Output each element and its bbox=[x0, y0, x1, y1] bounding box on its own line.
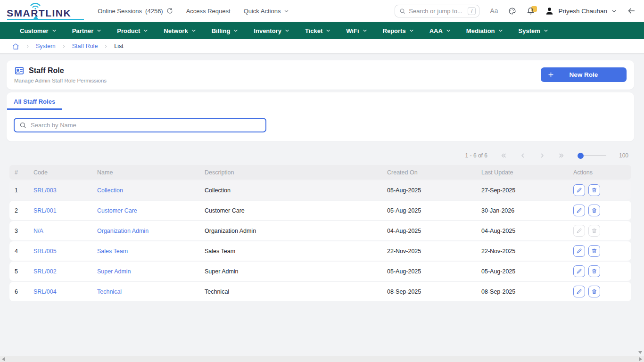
role-description: Customer Care bbox=[205, 207, 387, 214]
chevron-down-icon bbox=[498, 28, 503, 33]
table-row[interactable]: 3 N/A Organization Admin Organization Ad… bbox=[9, 221, 631, 240]
previous-page-button[interactable] bbox=[520, 152, 526, 159]
edit-button[interactable] bbox=[573, 286, 585, 297]
edit-button[interactable] bbox=[573, 184, 585, 196]
row-actions bbox=[573, 245, 626, 257]
role-code-link[interactable]: SRL/005 bbox=[33, 248, 97, 255]
table-row[interactable]: 2 SRL/001 Customer Care Customer Care 05… bbox=[9, 201, 631, 220]
new-role-button[interactable]: New Role bbox=[541, 67, 627, 82]
table-row[interactable]: 5 SRL/002 Super Admin Super Admin 05-Aug… bbox=[9, 262, 631, 281]
trash-icon bbox=[591, 207, 597, 214]
row-actions bbox=[573, 184, 626, 196]
nav-item-reports[interactable]: Reports bbox=[383, 27, 414, 34]
role-name-link[interactable]: Sales Team bbox=[97, 248, 205, 255]
nav-item-wifi[interactable]: WiFi bbox=[346, 27, 367, 34]
access-request-link[interactable]: Access Request bbox=[186, 8, 231, 15]
edit-button[interactable] bbox=[573, 265, 585, 277]
search-input[interactable] bbox=[31, 122, 261, 129]
home-icon[interactable] bbox=[12, 43, 19, 50]
nav-item-billing[interactable]: Billing bbox=[212, 27, 239, 34]
role-code-link[interactable]: SRL/002 bbox=[33, 268, 97, 275]
refresh-icon[interactable] bbox=[166, 8, 173, 14]
delete-button[interactable] bbox=[588, 286, 600, 297]
slider-handle[interactable] bbox=[578, 153, 584, 159]
role-name-link[interactable]: Technical bbox=[97, 288, 205, 295]
trash-icon bbox=[591, 288, 597, 295]
font-size-toggle[interactable]: Aa bbox=[490, 7, 498, 15]
scroll-down-arrow-icon[interactable] bbox=[638, 351, 642, 354]
online-sessions[interactable]: Online Sessions (4256) bbox=[98, 8, 173, 15]
chevron-down-icon bbox=[233, 28, 238, 33]
nav-item-label: Billing bbox=[212, 27, 231, 34]
first-page-button[interactable] bbox=[500, 152, 507, 159]
pencil-icon bbox=[576, 288, 582, 295]
page-size-slider[interactable] bbox=[578, 153, 606, 159]
nav-item-label: AAA bbox=[429, 27, 443, 34]
delete-button[interactable] bbox=[588, 205, 600, 216]
nav-item-inventory[interactable]: Inventory bbox=[254, 27, 289, 34]
delete-button bbox=[588, 225, 600, 237]
bell-icon bbox=[527, 7, 535, 15]
app: SMARTLINK Online Sessions (4256) Access … bbox=[0, 0, 644, 301]
nav-item-product[interactable]: Product bbox=[117, 27, 148, 34]
nav-item-mediation[interactable]: Mediation bbox=[466, 27, 503, 34]
breadcrumb-staff-role[interactable]: Staff Role bbox=[72, 43, 98, 49]
edit-button[interactable] bbox=[573, 245, 585, 257]
pagination-range: 1 - 6 of 6 bbox=[465, 152, 487, 159]
role-name-link[interactable]: Customer Care bbox=[97, 207, 205, 214]
nav-item-partner[interactable]: Partner bbox=[72, 27, 102, 34]
role-description: Collection bbox=[205, 187, 387, 194]
quick-actions-menu[interactable]: Quick Actions bbox=[244, 8, 289, 15]
last-update-date: 05-Aug-2025 bbox=[481, 268, 573, 275]
trash-icon bbox=[591, 228, 597, 234]
table-row[interactable]: 1 SRL/003 Collection Collection 05-Aug-2… bbox=[9, 181, 631, 200]
last-update-date: 27-Sep-2025 bbox=[481, 187, 573, 194]
table-row[interactable]: 6 SRL/004 Technical Technical 08-Sep-202… bbox=[9, 282, 631, 301]
theme-palette-icon[interactable] bbox=[508, 7, 516, 15]
slider-track bbox=[584, 155, 606, 156]
search-by-name-box[interactable] bbox=[14, 118, 266, 132]
main-nav: Customer Partner Product Network Billing… bbox=[0, 22, 644, 39]
nav-item-label: Mediation bbox=[466, 27, 495, 34]
delete-button[interactable] bbox=[588, 265, 600, 277]
nav-item-customer[interactable]: Customer bbox=[20, 27, 57, 34]
chevron-down-icon bbox=[284, 8, 289, 14]
role-code-link[interactable]: SRL/004 bbox=[33, 288, 97, 295]
breadcrumb-system[interactable]: System bbox=[36, 43, 56, 49]
scroll-left-arrow-icon[interactable] bbox=[2, 357, 5, 361]
nav-item-system[interactable]: System bbox=[519, 27, 548, 34]
scroll-right-arrow-icon[interactable] bbox=[639, 357, 642, 361]
delete-button[interactable] bbox=[588, 245, 600, 257]
nav-item-network[interactable]: Network bbox=[164, 27, 196, 34]
tab-all-staff-roles[interactable]: All Staff Roles bbox=[7, 92, 62, 110]
nav-item-ticket[interactable]: Ticket bbox=[305, 27, 330, 34]
notifications-button[interactable] bbox=[527, 7, 535, 15]
role-name-link[interactable]: Organization Admin bbox=[97, 228, 205, 234]
nav-item-label: WiFi bbox=[346, 27, 359, 34]
global-search[interactable]: Search or jump to... / bbox=[395, 5, 479, 17]
nav-item-aaa[interactable]: AAA bbox=[429, 27, 451, 34]
smartlink-logo[interactable]: SMARTLINK bbox=[7, 4, 71, 18]
role-name-link[interactable]: Collection bbox=[97, 187, 205, 194]
role-name-link[interactable]: Super Admin bbox=[97, 268, 205, 275]
horizontal-scrollbar[interactable] bbox=[0, 356, 644, 362]
edit-button[interactable] bbox=[573, 205, 585, 216]
role-code-link[interactable]: SRL/003 bbox=[33, 187, 97, 194]
table-body: 1 SRL/003 Collection Collection 05-Aug-2… bbox=[9, 181, 631, 301]
role-description: Organization Admin bbox=[205, 228, 387, 234]
chevron-down-icon bbox=[409, 28, 414, 33]
edit-button bbox=[573, 225, 585, 237]
created-on-date: 08-Sep-2025 bbox=[387, 288, 481, 295]
next-page-button[interactable] bbox=[539, 152, 545, 159]
user-menu[interactable]: Priyesh Chauhan bbox=[545, 7, 617, 16]
header-quick-links: Online Sessions (4256) Access Request Qu… bbox=[98, 8, 289, 15]
trash-icon bbox=[591, 268, 597, 274]
staff-roles-table: # Code Name Description Created On Last … bbox=[9, 165, 631, 301]
page-subtitle: Manage Admin Staff Role Permissions bbox=[14, 78, 107, 83]
role-code-link[interactable]: SRL/001 bbox=[33, 207, 97, 214]
delete-button[interactable] bbox=[588, 184, 600, 196]
table-row[interactable]: 4 SRL/005 Sales Team Sales Team 22-Nov-2… bbox=[9, 241, 631, 261]
last-page-button[interactable] bbox=[558, 152, 565, 159]
role-code-link[interactable]: N/A bbox=[33, 228, 97, 234]
back-arrow-icon[interactable] bbox=[627, 7, 636, 15]
